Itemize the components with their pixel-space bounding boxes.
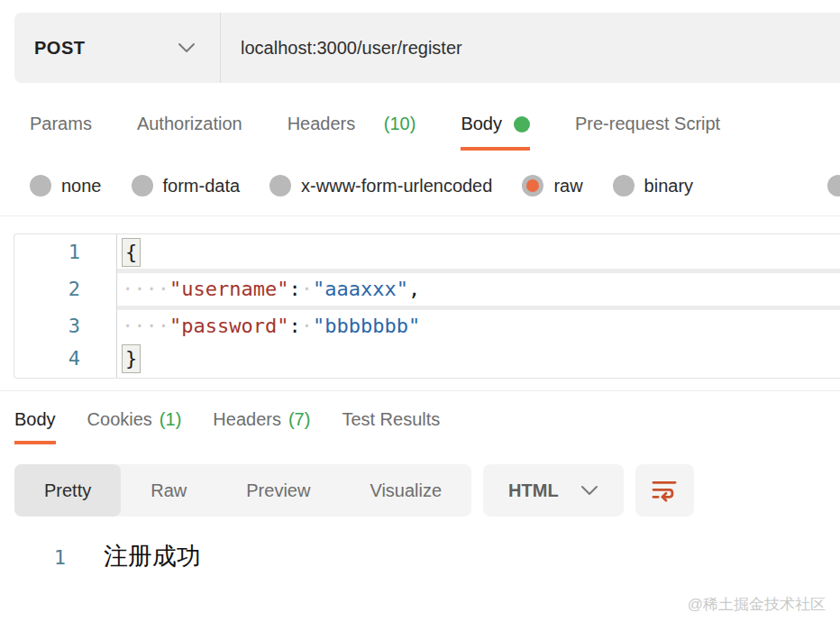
- chevron-down-icon: [177, 41, 196, 54]
- editor-line-2[interactable]: 2 ····"username":·"aaaxxx",: [14, 273, 840, 306]
- editor-line-4[interactable]: 4 }: [14, 343, 840, 375]
- json-key: "password": [169, 310, 288, 343]
- view-pretty-button[interactable]: Pretty: [14, 464, 121, 517]
- tab-body[interactable]: Body: [461, 114, 530, 151]
- request-tabs: Params Authorization Headers (10) Body P…: [30, 114, 840, 151]
- close-brace: }: [122, 344, 141, 373]
- view-visualize-button[interactable]: Visualize: [340, 464, 471, 517]
- radio-none[interactable]: none: [30, 175, 102, 197]
- json-value: "bbbbbbb": [313, 310, 420, 343]
- radio-partial-icon[interactable]: [827, 175, 840, 197]
- request-url-bar: POST localhost:3000/user/register: [14, 13, 840, 83]
- response-tabs: Body Cookies(1) Headers(7) Test Results: [14, 409, 840, 444]
- body-type-options: none form-data x-www-form-urlencoded raw…: [30, 174, 840, 197]
- format-dropdown[interactable]: HTML: [483, 464, 624, 517]
- url-input[interactable]: localhost:3000/user/register: [221, 13, 840, 83]
- cookies-count: (1): [160, 409, 181, 430]
- divider: [0, 390, 840, 391]
- chevron-down-icon: [580, 485, 598, 496]
- method-label: POST: [34, 38, 85, 59]
- radio-form-data-icon: [132, 175, 153, 197]
- tab-headers[interactable]: Headers (10): [288, 114, 416, 151]
- response-tab-test-results[interactable]: Test Results: [342, 409, 440, 444]
- json-value: "aaaxxx": [313, 273, 408, 306]
- request-body-editor[interactable]: 1 { 2 ····"username":·"aaaxxx", 3 ····"p…: [14, 233, 840, 379]
- response-body-text: 注册成功: [104, 540, 201, 572]
- radio-form-data[interactable]: form-data: [132, 175, 241, 197]
- radio-none-icon: [30, 175, 51, 197]
- response-headers-count: (7): [288, 409, 310, 430]
- response-tab-body[interactable]: Body: [14, 409, 56, 444]
- watermark: @稀土掘金技术社区: [688, 594, 826, 615]
- response-tab-cookies[interactable]: Cookies(1): [87, 409, 182, 444]
- json-key: "username": [169, 273, 288, 306]
- radio-raw-selected-icon: [522, 175, 543, 197]
- line-number: 1: [14, 236, 116, 269]
- response-toolbar: Pretty Raw Preview Visualize HTML: [14, 464, 840, 517]
- body-status-dot-icon: [514, 116, 530, 133]
- view-raw-button[interactable]: Raw: [121, 464, 216, 517]
- wrap-lines-button[interactable]: [635, 464, 694, 517]
- wrap-lines-icon: [650, 476, 679, 505]
- line-number: 3: [14, 310, 116, 343]
- indent-dots: ····: [122, 310, 169, 343]
- tab-authorization[interactable]: Authorization: [137, 114, 242, 151]
- tab-pre-request-script[interactable]: Pre-request Script: [575, 114, 720, 151]
- radio-raw[interactable]: raw: [522, 175, 582, 197]
- response-body-line[interactable]: 1 注册成功: [14, 540, 840, 572]
- radio-urlencoded-icon: [269, 175, 291, 197]
- radio-x-www-form-urlencoded[interactable]: x-www-form-urlencoded: [269, 175, 492, 197]
- radio-binary-icon: [613, 175, 635, 197]
- response-tab-headers[interactable]: Headers(7): [213, 409, 310, 444]
- indent-dots: ····: [122, 273, 169, 306]
- editor-line-3[interactable]: 3 ····"password":·"bbbbbbb": [14, 310, 840, 343]
- space-dot: ·: [301, 273, 313, 306]
- open-brace: {: [122, 238, 141, 267]
- response-line-number: 1: [14, 546, 66, 569]
- divider: [0, 215, 840, 216]
- editor-line-1[interactable]: 1 {: [14, 236, 840, 269]
- view-mode-switch: Pretty Raw Preview Visualize: [14, 464, 471, 517]
- format-label: HTML: [508, 480, 559, 501]
- method-selector[interactable]: POST: [14, 13, 221, 83]
- radio-binary[interactable]: binary: [613, 175, 693, 197]
- line-number: 2: [14, 273, 116, 306]
- view-preview-button[interactable]: Preview: [216, 464, 340, 517]
- space-dot: ·: [301, 310, 313, 343]
- line-number: 4: [14, 343, 116, 375]
- headers-count: (10): [384, 114, 416, 134]
- tab-params[interactable]: Params: [30, 114, 92, 151]
